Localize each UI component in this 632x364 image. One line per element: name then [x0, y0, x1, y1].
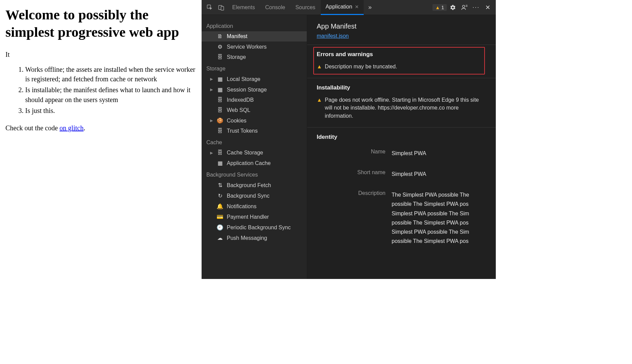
section-heading-errors: Errors and warnings [317, 51, 486, 58]
cloud-icon: ☁ [217, 235, 223, 241]
sidebar-item-label: Web SQL [227, 107, 250, 113]
sidebar-item-push-messaging[interactable]: ☁Push Messaging [202, 233, 307, 243]
sidebar-item-label: Payment Handler [227, 214, 269, 220]
sidebar-item-label: Session Storage [227, 87, 267, 93]
list-item: Works offline; the assets are installed … [25, 65, 196, 84]
more-tabs-icon[interactable]: » [364, 2, 375, 13]
sidebar-item-label: Storage [227, 54, 246, 60]
transfer-icon: ⇅ [217, 182, 223, 188]
identity-key: Description [317, 190, 392, 246]
sidebar-item-label: Periodic Background Sync [227, 225, 291, 231]
sidebar-item-websql[interactable]: 🗄Web SQL [202, 105, 307, 115]
glitch-link[interactable]: on glitch [60, 124, 84, 132]
sidebar-item-background-sync[interactable]: ↻Background Sync [202, 191, 307, 201]
page-footer: Check out the code on glitch. [5, 124, 196, 132]
identity-key: Name [317, 149, 392, 158]
sidebar-item-storage[interactable]: 🗄Storage [202, 52, 307, 62]
feedback-icon[interactable] [459, 2, 470, 13]
sidebar-item-label: Trust Tokens [227, 128, 258, 134]
warning-icon: ▲ [317, 63, 322, 70]
sidebar-item-label: Application Cache [227, 160, 271, 166]
sidebar-section-cache: Cache [202, 136, 307, 148]
manifest-json-link[interactable]: manifest.json [317, 33, 349, 39]
warning-icon: ▲ [317, 96, 322, 104]
grid-icon: ▦ [217, 160, 223, 166]
inspect-element-icon[interactable] [204, 2, 215, 13]
close-icon[interactable]: ✕ [355, 4, 359, 10]
devtools-tabstrip: Elements Console Sources Application ✕ »… [202, 0, 496, 15]
sidebar-item-label: Background Sync [227, 193, 269, 199]
pane-title: App Manifest [307, 15, 496, 33]
credit-card-icon: 💳 [217, 214, 223, 220]
cookie-icon: 🍪 [217, 117, 223, 124]
identity-value: Simplest PWA [392, 149, 486, 158]
device-toolbar-icon[interactable] [216, 2, 227, 13]
list-item: Is just this. [25, 106, 196, 115]
page-heading: Welcome to possibly the simplest progres… [5, 6, 196, 41]
clock-icon: 🕘 [217, 224, 223, 231]
section-heading-installability: Installability [317, 84, 486, 91]
sidebar-item-background-fetch[interactable]: ⇅Background Fetch [202, 180, 307, 191]
close-devtools-icon[interactable]: ✕ [482, 2, 493, 13]
sidebar-item-cookies[interactable]: ▶🍪Cookies [202, 115, 307, 126]
devtools-panel: Elements Console Sources Application ✕ »… [202, 0, 496, 279]
sidebar-item-label: Cookies [227, 118, 247, 124]
sidebar-item-service-workers[interactable]: ⚙Service Workers [202, 42, 307, 52]
chevron-right-icon: ▶ [210, 87, 213, 92]
sidebar-item-application-cache[interactable]: ▦Application Cache [202, 158, 307, 168]
sidebar-item-label: Manifest [227, 33, 247, 39]
database-icon: 🗄 [217, 128, 223, 134]
page-feature-list: Works offline; the assets are installed … [5, 65, 196, 116]
web-page-content: Welcome to possibly the simplest progres… [0, 0, 202, 279]
identity-value: Simplest PWA [392, 169, 486, 179]
installability-section: Installability ▲ Page does not work offl… [307, 78, 496, 127]
database-icon: 🗄 [217, 107, 223, 113]
sidebar-section-background-services: Background Services [202, 168, 307, 180]
sync-icon: ↻ [217, 193, 223, 199]
issues-badge[interactable]: ▲ 1 [432, 4, 447, 11]
grid-icon: ▦ [217, 86, 223, 93]
sidebar-section-application: Application [202, 20, 307, 31]
gear-icon: ⚙ [217, 44, 223, 50]
issues-count: 1 [441, 5, 444, 10]
svg-point-3 [462, 5, 465, 7]
sidebar-item-session-storage[interactable]: ▶▦Session Storage [202, 84, 307, 95]
footer-text-post: . [83, 124, 85, 132]
sidebar-item-label: IndexedDB [227, 97, 254, 103]
database-icon: 🗄 [217, 97, 223, 103]
application-sidebar: Application 🗎Manifest ⚙Service Workers 🗄… [202, 15, 307, 279]
database-icon: 🗄 [217, 150, 223, 156]
sidebar-item-manifest[interactable]: 🗎Manifest [202, 31, 307, 42]
errors-warnings-section: Errors and warnings ▲ Description may be… [307, 45, 496, 78]
chevron-right-icon: ▶ [210, 77, 213, 81]
more-menu-icon[interactable]: ··· [471, 2, 481, 13]
svg-rect-2 [221, 6, 224, 10]
bell-icon: 🔔 [217, 203, 223, 210]
tab-elements[interactable]: Elements [227, 0, 260, 15]
identity-value: The Simplest PWA possible The possible T… [392, 190, 486, 246]
tab-sources[interactable]: Sources [290, 0, 320, 15]
sidebar-item-periodic-bg-sync[interactable]: 🕘Periodic Background Sync [202, 222, 307, 233]
tab-console[interactable]: Console [260, 0, 290, 15]
tab-application[interactable]: Application ✕ [321, 0, 364, 15]
sidebar-item-local-storage[interactable]: ▶▦Local Storage [202, 74, 307, 84]
sidebar-item-label: Service Workers [227, 44, 267, 50]
warning-message: Description may be truncated. [325, 63, 397, 70]
sidebar-item-label: Push Messaging [227, 235, 267, 241]
sidebar-item-trust-tokens[interactable]: 🗄Trust Tokens [202, 126, 307, 136]
identity-section: Identity Name Simplest PWA Short name Si… [307, 127, 496, 262]
sidebar-item-label: Notifications [227, 203, 256, 210]
sidebar-item-notifications[interactable]: 🔔Notifications [202, 201, 307, 212]
warning-icon: ▲ [435, 5, 440, 10]
sidebar-item-cache-storage[interactable]: ▶🗄Cache Storage [202, 148, 307, 158]
settings-icon[interactable] [447, 2, 458, 13]
sidebar-section-storage: Storage [202, 62, 307, 74]
sidebar-item-label: Local Storage [227, 76, 260, 82]
chevron-right-icon: ▶ [210, 118, 213, 123]
list-item: Is installable; the manifest defines wha… [25, 85, 196, 104]
chevron-right-icon: ▶ [210, 151, 213, 155]
sidebar-item-payment-handler[interactable]: 💳Payment Handler [202, 212, 307, 222]
identity-row-description: Description The Simplest PWA possible Th… [317, 187, 486, 254]
sidebar-item-indexeddb[interactable]: 🗄IndexedDB [202, 95, 307, 105]
identity-key: Short name [317, 169, 392, 179]
